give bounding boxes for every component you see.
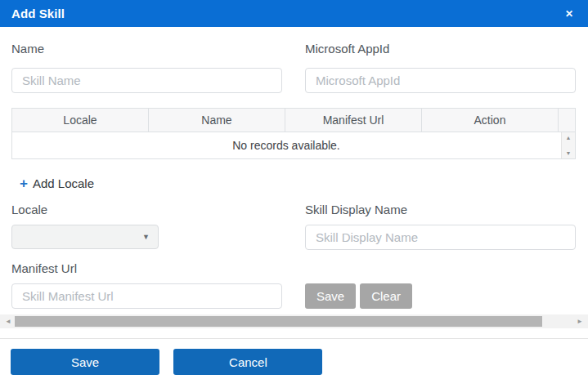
locale-dropdown[interactable]: ▼ [11,225,159,249]
appid-label: Microsoft AppId [305,42,576,56]
row-name-appid: Name Microsoft AppId [11,42,576,93]
scroll-down-icon[interactable]: ▼ [566,150,572,156]
close-button[interactable]: ✕ [563,7,575,20]
locales-grid-header: Locale Name Manifest Url Action [12,109,575,132]
column-header-manifest-url: Manifest Url [285,109,422,132]
locale-label: Locale [11,203,282,217]
locales-grid: Locale Name Manifest Url Action No recor… [11,108,576,159]
plus-icon: + [20,178,28,190]
field-display-name: Skill Display Name [305,203,576,250]
field-name: Name [11,42,282,93]
cancel-button[interactable]: Cancel [173,349,322,375]
scroll-left-icon[interactable]: ◄ [5,319,11,325]
close-icon: ✕ [565,8,573,20]
locale-clear-button[interactable]: Clear [360,283,412,309]
locales-grid-body: No records available. ▲ ▼ [12,132,575,158]
name-label: Name [11,42,282,56]
skill-manifest-url-input[interactable] [11,283,282,309]
grid-vertical-scrollbar[interactable]: ▲ ▼ [561,132,575,158]
skill-name-input[interactable] [11,68,282,93]
manifest-url-label: Manifest Url [11,261,282,276]
column-header-locale: Locale [12,109,149,132]
row-locale-displayname: Locale ▼ Skill Display Name [11,203,576,250]
row-manifest-buttons: Manifest Url Save Clear [11,261,576,309]
dialog-footer: Save Cancel [0,338,588,375]
horizontal-scrollbar-thumb[interactable] [15,316,542,327]
field-manifest-url: Manifest Url [11,261,282,309]
chevron-down-icon: ▼ [142,233,150,241]
dialog-header: Add Skill ✕ [0,0,588,27]
skill-display-name-input[interactable] [305,225,576,250]
dialog-body: Name Microsoft AppId Locale Name Manifes… [0,27,588,309]
microsoft-appid-input[interactable] [305,68,576,93]
grid-empty-message: No records available. [12,132,560,158]
field-appid: Microsoft AppId [305,42,576,93]
scroll-up-icon[interactable]: ▲ [566,135,572,140]
locale-save-button[interactable]: Save [305,283,356,309]
horizontal-scrollbar[interactable]: ◄ ► [0,314,588,328]
locale-dropdown-value [12,225,158,230]
column-header-action: Action [422,109,559,132]
add-locale-label: Add Locale [33,176,94,191]
dialog-title: Add Skill [11,7,65,20]
add-locale-button[interactable]: + Add Locale [20,176,94,191]
column-header-name: Name [149,109,285,132]
add-skill-dialog: Add Skill ✕ Name Microsoft AppId Locale … [0,0,588,379]
field-locale: Locale ▼ [11,203,282,250]
scroll-right-icon[interactable]: ► [577,319,583,325]
display-name-label: Skill Display Name [305,203,576,217]
save-button[interactable]: Save [11,349,159,375]
column-header-filler [559,109,575,132]
locale-action-buttons: Save Clear [305,261,576,309]
